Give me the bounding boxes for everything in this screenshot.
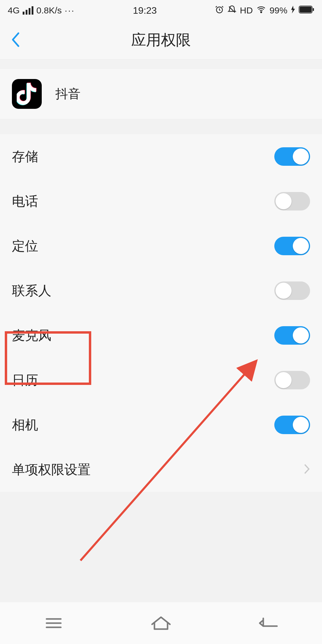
permission-row-contacts: 联系人: [0, 268, 322, 313]
permission-label: 相机: [12, 416, 38, 434]
permission-list: 存储 电话 定位 联系人 麦克风 日历 相机 单项权限设置: [0, 134, 322, 492]
status-bar: 4G 0.8K/s ··· 19:23 HD 99%: [0, 0, 322, 21]
permission-label: 麦克风: [12, 327, 51, 344]
title-bar: 应用权限: [0, 21, 322, 60]
permission-row-location: 定位: [0, 224, 322, 268]
nav-home-button[interactable]: [131, 608, 191, 638]
toggle-calendar[interactable]: [274, 371, 310, 389]
network-speed: 0.8K/s: [36, 5, 62, 16]
toggle-microphone[interactable]: [274, 326, 310, 345]
app-name: 抖音: [55, 86, 80, 102]
permission-row-phone: 电话: [0, 179, 322, 224]
app-header: 抖音: [0, 69, 322, 119]
svg-rect-3: [300, 7, 312, 13]
dnd-icon: [227, 5, 236, 16]
battery-percent: 99%: [270, 5, 287, 16]
clock: 19:23: [133, 5, 157, 16]
toggle-phone[interactable]: [274, 192, 310, 210]
permission-label: 联系人: [12, 282, 51, 300]
toggle-camera[interactable]: [274, 416, 310, 434]
permission-row-storage: 存储: [0, 134, 322, 179]
more-icon: ···: [65, 5, 75, 16]
svg-rect-4: [313, 8, 314, 11]
network-type: 4G: [8, 5, 20, 16]
permission-label: 电话: [12, 193, 38, 210]
toggle-contacts[interactable]: [274, 281, 310, 300]
hd-label: HD: [240, 5, 253, 16]
nav-back-button[interactable]: [239, 608, 298, 638]
charging-icon: [291, 5, 295, 16]
more-settings-row[interactable]: 单项权限设置: [0, 447, 322, 492]
chevron-right-icon: [304, 463, 310, 476]
wifi-icon: [256, 5, 266, 16]
page-title: 应用权限: [0, 30, 322, 50]
signal-icon: [23, 6, 33, 15]
alarm-icon: [215, 5, 224, 16]
permission-row-camera: 相机: [0, 402, 322, 447]
app-icon: [12, 79, 42, 109]
svg-point-1: [261, 11, 262, 13]
more-settings-label: 单项权限设置: [12, 461, 91, 479]
permission-row-microphone: 麦克风: [0, 313, 322, 358]
permission-row-calendar: 日历: [0, 358, 322, 402]
battery-icon: [299, 5, 314, 16]
permission-label: 存储: [12, 148, 38, 165]
toggle-storage[interactable]: [274, 147, 310, 166]
toggle-location[interactable]: [274, 237, 310, 255]
permission-label: 日历: [12, 371, 38, 389]
permission-label: 定位: [12, 237, 38, 255]
nav-bar: [0, 602, 322, 644]
back-button[interactable]: [10, 32, 20, 49]
nav-recent-button[interactable]: [24, 608, 83, 638]
